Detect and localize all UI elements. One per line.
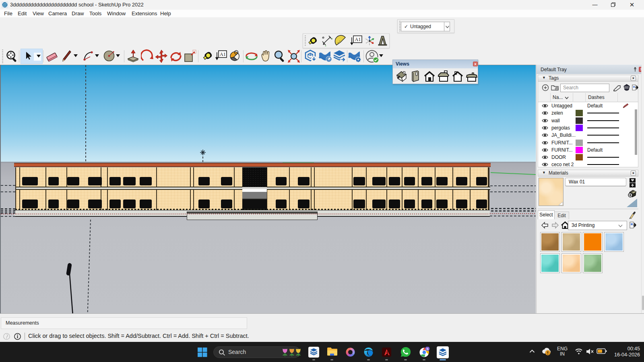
svg-text:A1: A1 — [355, 37, 361, 42]
svg-text:A1: A1 — [220, 51, 226, 57]
svg-text:S: S — [426, 347, 429, 351]
